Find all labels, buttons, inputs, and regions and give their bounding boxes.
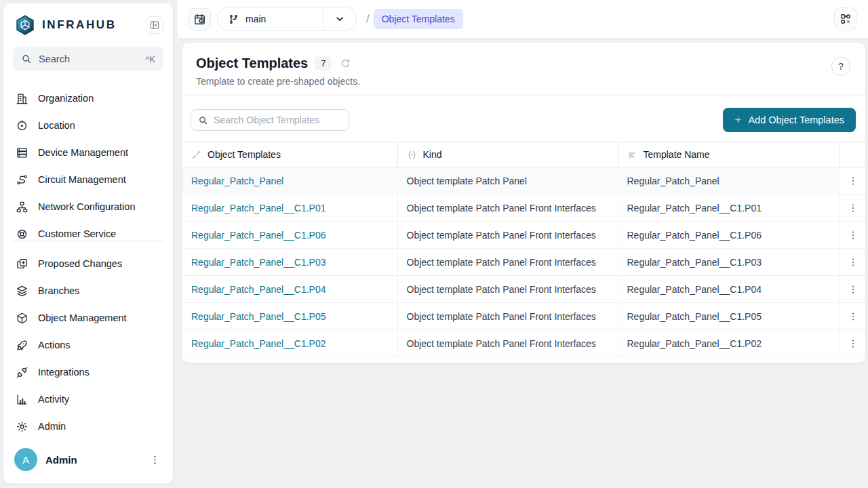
kind-cell: Object template Patch Panel Front Interf… bbox=[397, 222, 618, 249]
row-actions-button[interactable] bbox=[844, 226, 863, 245]
sidebar-item-branches[interactable]: Branches bbox=[3, 277, 173, 304]
row-actions-button[interactable] bbox=[844, 253, 863, 272]
text-icon bbox=[627, 150, 637, 160]
object-template-link[interactable]: Regular_Patch_Panel__C1.P01 bbox=[191, 203, 326, 214]
sidebar: INFRAHUB ^K OrganizationLocationDevice M… bbox=[3, 3, 174, 484]
add-button-label: Add Object Templates bbox=[748, 115, 844, 125]
table-search[interactable] bbox=[191, 109, 349, 131]
kebab-icon bbox=[848, 257, 859, 268]
diff-icon bbox=[15, 258, 28, 270]
breadcrumb-object-templates[interactable]: Object Templates bbox=[374, 9, 463, 29]
logo-text: INFRAHUB bbox=[42, 18, 140, 32]
row-actions-button[interactable] bbox=[844, 334, 863, 353]
count-badge: 7 bbox=[315, 56, 332, 70]
sidebar-nav-primary: OrganizationLocationDevice ManagementCir… bbox=[3, 85, 173, 241]
breadcrumb-separator: / bbox=[366, 12, 370, 26]
sidebar-item-activity[interactable]: Activity bbox=[3, 386, 173, 413]
table-toolbar: + Add Object Templates bbox=[182, 96, 865, 142]
sidebar-item-device-management[interactable]: Device Management bbox=[3, 139, 173, 166]
search-icon bbox=[198, 115, 208, 125]
user-menu-button[interactable] bbox=[146, 451, 163, 468]
object-template-link[interactable]: Regular_Patch_Panel__C1.P02 bbox=[191, 338, 326, 349]
object-template-link[interactable]: Regular_Patch_Panel__C1.P06 bbox=[191, 230, 326, 241]
object-template-link[interactable]: Regular_Patch_Panel__C1.P05 bbox=[191, 311, 326, 322]
column-header-object-templates[interactable]: Object Templates bbox=[182, 142, 397, 167]
sidebar-item-object-management[interactable]: Object Management bbox=[3, 304, 173, 331]
devices-icon bbox=[15, 146, 28, 159]
logo-row: INFRAHUB bbox=[3, 3, 173, 43]
search-shortcut: ^K bbox=[145, 54, 155, 64]
sidebar-item-label: Organization bbox=[38, 93, 94, 104]
kind-cell: Object template Patch Panel bbox=[397, 167, 618, 195]
object-template-link[interactable]: Regular_Patch_Panel__C1.P03 bbox=[191, 257, 326, 268]
sidebar-item-label: Network Configuration bbox=[38, 201, 135, 212]
sidebar-item-admin[interactable]: Admin bbox=[3, 413, 173, 440]
row-actions-button[interactable] bbox=[844, 280, 863, 299]
chart-icon bbox=[15, 393, 28, 406]
template-name-cell: Regular_Patch_Panel__C1.P02 bbox=[618, 330, 840, 357]
user-menu[interactable]: A Admin bbox=[3, 440, 173, 483]
kebab-icon bbox=[848, 311, 859, 322]
plus-icon: + bbox=[734, 113, 741, 127]
column-header-kind[interactable]: Kind bbox=[397, 142, 618, 167]
braces-icon bbox=[407, 150, 417, 160]
row-actions-button[interactable] bbox=[844, 199, 863, 218]
sidebar-item-actions[interactable]: Actions bbox=[3, 331, 173, 359]
kind-cell: Object template Patch Panel Front Interf… bbox=[397, 249, 618, 276]
calendar-clock-icon bbox=[193, 13, 206, 26]
template-name-cell: Regular_Patch_Panel__C1.P01 bbox=[618, 195, 840, 222]
template-name-cell: Regular_Patch_Panel__C1.P03 bbox=[618, 249, 840, 276]
column-header-template-name[interactable]: Template Name bbox=[618, 142, 840, 167]
sidebar-item-proposed-changes[interactable]: Proposed Changes bbox=[3, 250, 173, 277]
time-travel-button[interactable] bbox=[189, 8, 211, 30]
sidebar-item-network-configuration[interactable]: Network Configuration bbox=[3, 193, 173, 220]
sidebar-item-label: Customer Service bbox=[38, 228, 116, 239]
kebab-icon bbox=[848, 230, 859, 241]
column-label: Template Name bbox=[644, 149, 710, 160]
add-object-templates-button[interactable]: + Add Object Templates bbox=[723, 108, 856, 132]
template-name-cell: Regular_Patch_Panel bbox=[618, 167, 840, 195]
topbar: main / Object Templates bbox=[178, 0, 868, 39]
chevron-down-icon bbox=[334, 14, 345, 24]
branch-selector[interactable]: main bbox=[217, 7, 357, 31]
kebab-icon bbox=[149, 454, 161, 466]
object-template-link[interactable]: Regular_Patch_Panel bbox=[191, 176, 283, 186]
row-actions-button[interactable] bbox=[844, 307, 863, 326]
sidebar-search[interactable]: ^K bbox=[13, 47, 163, 71]
kebab-icon bbox=[848, 203, 859, 214]
table-row: Regular_Patch_Panel__C1.P05Object templa… bbox=[182, 303, 866, 330]
page-subtitle: Template to create pre-shaped objects. bbox=[196, 76, 852, 87]
sidebar-collapse-button[interactable] bbox=[146, 16, 163, 34]
location-icon bbox=[15, 119, 28, 132]
git-branch-icon bbox=[228, 14, 239, 25]
sidebar-item-integrations[interactable]: Integrations bbox=[3, 359, 173, 386]
panel-collapse-icon bbox=[149, 20, 160, 30]
refresh-button[interactable] bbox=[338, 56, 353, 70]
sidebar-item-customer-service[interactable]: Customer Service bbox=[3, 220, 173, 241]
help-button[interactable]: ? bbox=[831, 57, 850, 76]
sidebar-search-input[interactable] bbox=[39, 54, 138, 64]
sidebar-item-circuit-management[interactable]: Circuit Management bbox=[3, 166, 173, 193]
branch-name: main bbox=[245, 14, 266, 24]
network-icon bbox=[15, 201, 28, 214]
gear-icon bbox=[15, 420, 28, 433]
kind-cell: Object template Patch Panel Front Interf… bbox=[397, 303, 618, 330]
sidebar-item-label: Admin bbox=[38, 421, 66, 432]
sidebar-item-label: Circuit Management bbox=[38, 174, 126, 185]
table-search-input[interactable] bbox=[214, 115, 342, 125]
row-actions-button[interactable] bbox=[844, 171, 863, 190]
kebab-icon bbox=[848, 176, 859, 186]
object-template-link[interactable]: Regular_Patch_Panel__C1.P04 bbox=[191, 284, 326, 295]
relationship-icon bbox=[191, 150, 201, 160]
sidebar-item-location[interactable]: Location bbox=[3, 112, 173, 139]
tasks-button[interactable] bbox=[834, 7, 857, 30]
branch-dropdown-toggle[interactable] bbox=[323, 7, 356, 30]
branch-current[interactable]: main bbox=[218, 7, 323, 30]
table-header-row: Object TemplatesKindTemplate Name bbox=[182, 142, 866, 167]
sidebar-item-label: Activity bbox=[38, 394, 69, 405]
table-row: Regular_Patch_Panel__C1.P01Object templa… bbox=[182, 195, 866, 222]
sidebar-item-organization[interactable]: Organization bbox=[3, 85, 173, 112]
kebab-icon bbox=[848, 338, 859, 349]
sidebar-nav-secondary: Proposed ChangesBranchesObject Managemen… bbox=[3, 241, 173, 440]
table-row: Regular_Patch_Panel__C1.P04Object templa… bbox=[182, 276, 866, 303]
